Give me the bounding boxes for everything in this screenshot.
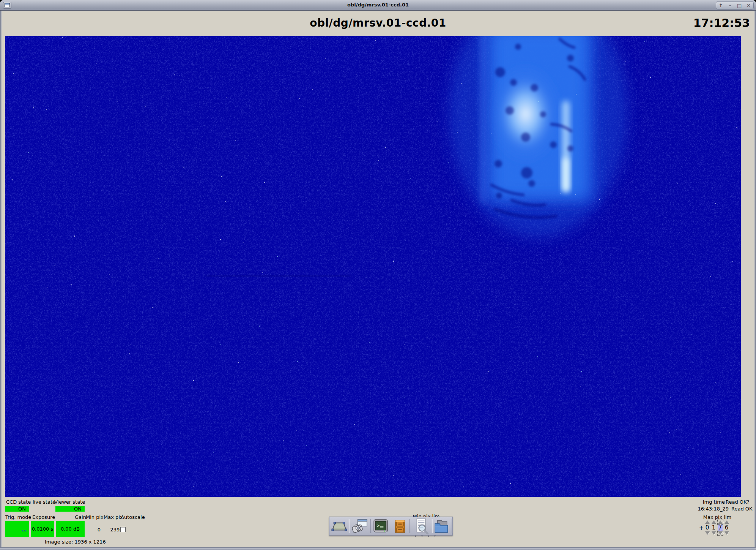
ccd-state-label: CCD state: [6, 499, 31, 505]
wheel-digit-column: 7: [717, 520, 723, 535]
trig-mode-label: Trig. mode: [5, 514, 31, 520]
wheel-up-arrow[interactable]: [718, 520, 723, 524]
toolbar-divider: [432, 519, 432, 533]
img-time-value: 16:43:18_29: [691, 506, 729, 512]
rollup-button[interactable]: ↑: [717, 3, 724, 8]
app-window: obl/dg/mrsv.01-ccd.01 ↑ – □ ✕ obl/dg/mrs…: [0, 0, 756, 550]
wheel-digit[interactable]: 7: [718, 525, 723, 531]
clock: 17:12:53: [693, 16, 750, 30]
pager-icon[interactable]: [331, 518, 347, 534]
terminal-icon[interactable]: >: [373, 518, 389, 534]
min-pix-value: 0: [93, 527, 105, 533]
viewer-state-badge: ON: [55, 506, 85, 512]
window-title: obl/dg/mrsv.01-ccd.01: [0, 2, 756, 8]
wheel-digit-column: 0: [704, 520, 710, 535]
file-manager-icon[interactable]: [433, 518, 450, 534]
wheel-down-arrow[interactable]: [718, 531, 723, 535]
toolbar-divider: [370, 519, 371, 533]
window-border-left: [0, 11, 2, 550]
toolbar-divider: [410, 519, 410, 533]
max-pix-label: Max pix: [104, 514, 123, 520]
wheel-digit[interactable]: 0: [705, 525, 710, 531]
exposure-label: Exposure: [32, 514, 55, 520]
titlebar[interactable]: obl/dg/mrsv.01-ccd.01 ↑ – □ ✕: [0, 0, 756, 11]
window-controls: ↑ – □ ✕: [716, 1, 754, 9]
gain-label: Gain: [75, 514, 86, 520]
launcher-toolbar: >: [329, 517, 453, 536]
window-border-bottom: [0, 547, 756, 550]
max-pix-lim-label: Max pix lim: [700, 514, 734, 520]
trig-mode-box[interactable]: ...: [5, 521, 29, 537]
ccd-image[interactable]: [5, 36, 741, 497]
document-search-icon[interactable]: [413, 518, 430, 534]
wheel-up-arrow[interactable]: [724, 520, 729, 524]
min-pix-label: Min pix: [86, 514, 104, 520]
wheel-digit-column: 1: [711, 520, 717, 535]
close-button[interactable]: ✕: [745, 3, 753, 8]
wheel-sign: +: [699, 520, 704, 535]
viewer-state-label: Viewer state: [54, 499, 85, 505]
svg-text:>: >: [377, 523, 380, 528]
page-title: obl/dg/mrsv.01-ccd.01: [0, 17, 756, 29]
gain-value-box[interactable]: 0.00 dB: [56, 521, 85, 537]
wheel-down-arrow[interactable]: [724, 531, 729, 535]
max-pix-value: 239: [109, 527, 121, 533]
live-state-label: live state: [33, 499, 55, 505]
max-pix-lim-wheel: + 0 1 7 6: [699, 520, 729, 535]
wheel-up-arrow[interactable]: [705, 520, 710, 524]
autoscale-label: Autoscale: [121, 514, 145, 520]
wheel-up-arrow[interactable]: [712, 520, 716, 524]
toolbar-divider: [452, 519, 452, 533]
maximize-button[interactable]: □: [736, 3, 743, 8]
autoscale-checkbox[interactable]: [120, 527, 126, 532]
minimize-button[interactable]: –: [726, 3, 734, 8]
trig-mode-more-link[interactable]: ...: [22, 526, 27, 532]
wheel-digit[interactable]: 6: [724, 525, 729, 531]
ccd-state-badge: ON: [5, 506, 29, 512]
exposure-value-box[interactable]: 0.0100 s: [31, 521, 54, 537]
read-ok-value: Read OK: [731, 506, 753, 512]
wheel-down-arrow[interactable]: [705, 531, 710, 535]
wheel-digit-column: 6: [724, 520, 729, 535]
image-size-label: Image size: 1936 x 1216: [45, 539, 106, 545]
img-time-label: Img time: [698, 499, 725, 505]
screenshot-camera-icon[interactable]: [351, 518, 369, 534]
toolbar-divider: [349, 519, 349, 533]
wheel-digit[interactable]: 1: [712, 525, 716, 531]
read-ok-label: Read OK?: [726, 499, 749, 505]
file-cabinet-icon[interactable]: [393, 518, 407, 534]
wheel-down-arrow[interactable]: [712, 531, 716, 535]
window-border-right: [754, 11, 756, 550]
